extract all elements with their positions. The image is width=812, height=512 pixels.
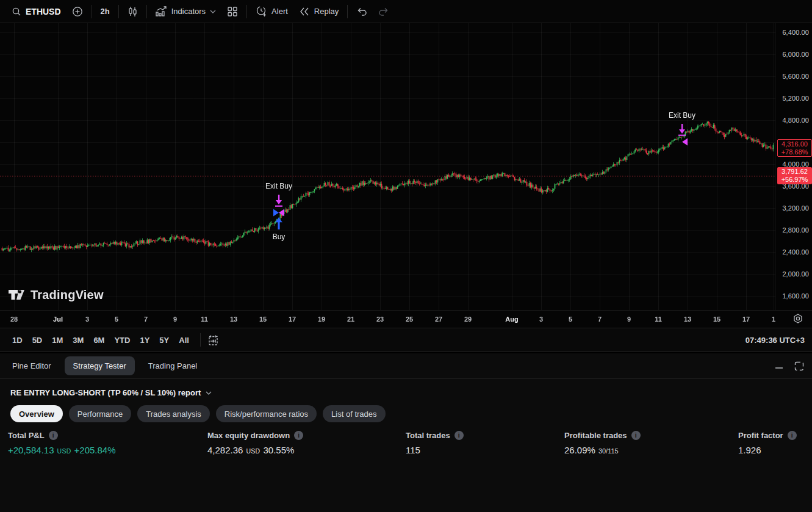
date-tick-label: 23: [376, 315, 384, 323]
date-axis[interactable]: 28Jul357911131517192123252729Aug35791113…: [0, 310, 812, 328]
last-price-change: +78.68%: [781, 148, 808, 156]
info-icon[interactable]: i: [455, 431, 464, 440]
undo-button[interactable]: [351, 3, 373, 20]
report-title-row[interactable]: RE ENTRY LONG-SHORT (TP 60% / SL 10%) re…: [0, 379, 812, 397]
stat-label: Profit factor: [738, 431, 783, 440]
info-icon[interactable]: i: [788, 431, 797, 440]
date-tick-label: 25: [406, 315, 413, 323]
tab-strategy-tester[interactable]: Strategy Tester: [65, 356, 135, 375]
replay-button[interactable]: Replay: [293, 3, 344, 20]
price-tick-label: 5,200.00: [782, 95, 809, 102]
date-tick-label: Jul: [53, 315, 63, 323]
last-price-value: 4,316.00: [781, 140, 808, 148]
overview-stats-row: Total P&Li +20,584.13 USD +205.84% Max e…: [0, 431, 812, 466]
price-tick-label: 5,600.00: [782, 73, 809, 80]
alert-clock-icon: [256, 5, 267, 17]
indicators-button[interactable]: Indicators: [150, 3, 221, 20]
indicators-icon: [156, 6, 167, 17]
stat-label: Profitable trades: [564, 431, 627, 440]
stat-extra: 30.55%: [263, 445, 294, 455]
replay-rewind-icon: [299, 7, 310, 16]
report-subtabs: Overview Performance Trades analysis Ris…: [0, 397, 812, 422]
date-tick-label: 11: [655, 315, 662, 323]
last-price-label: 4,316.00 +78.68%: [777, 139, 812, 157]
clock-timezone[interactable]: 07:49:36 UTC+3: [746, 336, 805, 345]
subtab-risk-performance-ratios[interactable]: Risk/performance ratios: [216, 405, 317, 422]
compare-add-symbol-button[interactable]: [66, 3, 88, 20]
interval-button[interactable]: 2h: [95, 3, 115, 20]
price-tick-label: 6,400.00: [782, 29, 809, 36]
date-tick-label: 7: [144, 315, 148, 323]
stat-value: 26.09%: [564, 445, 595, 455]
price-line-change: +56.97%: [781, 176, 808, 184]
go-to-date-icon[interactable]: [207, 334, 220, 347]
candlestick-icon: [128, 6, 138, 17]
stat-value: +20,584.13: [8, 445, 54, 455]
price-axis[interactable]: 6,400.006,000.005,600.005,200.004,800.00…: [775, 23, 812, 310]
info-icon[interactable]: i: [49, 431, 58, 440]
price-line-label: 3,791.62 +56.97%: [777, 167, 812, 184]
date-tick-label: 13: [684, 315, 691, 323]
toolbar-separator: [246, 5, 247, 18]
chart-style-button[interactable]: [122, 3, 143, 20]
tab-trading-panel[interactable]: Trading Panel: [140, 356, 206, 375]
minimize-panel-icon[interactable]: [774, 361, 784, 371]
date-tick-label: 5: [115, 315, 118, 323]
date-tick-label: 15: [259, 315, 267, 323]
subtab-list-of-trades[interactable]: List of trades: [323, 405, 385, 422]
price-chart-canvas[interactable]: [0, 23, 775, 310]
range-ytd[interactable]: YTD: [109, 334, 135, 347]
range-1m[interactable]: 1M: [47, 334, 68, 347]
tradingview-logo-icon: [8, 287, 25, 302]
subtab-performance[interactable]: Performance: [69, 405, 131, 422]
time-toolbar: 1D 5D 1M 3M 6M YTD 1Y 5Y All 07:49:36 UT…: [0, 328, 812, 352]
range-1y[interactable]: 1Y: [135, 334, 154, 347]
redo-button[interactable]: [373, 3, 395, 20]
toolbar-separator: [146, 5, 147, 18]
range-6m[interactable]: 6M: [88, 334, 109, 347]
price-tick-label: 2,400.00: [782, 248, 809, 256]
toolbar-separator: [347, 5, 348, 18]
top-toolbar: ETHUSD 2h: [0, 0, 812, 23]
stat-label: Max equity drawdown: [207, 431, 290, 440]
date-tick-label: 29: [464, 315, 472, 323]
chart-settings-icon[interactable]: [791, 312, 805, 326]
exit-buy-arrow-icon: [678, 124, 686, 137]
range-1d[interactable]: 1D: [7, 334, 27, 347]
subtab-overview[interactable]: Overview: [10, 405, 63, 422]
strategy-tester-panel: Pine Editor Strategy Tester Trading Pane…: [0, 352, 812, 512]
buy-label: Buy: [273, 233, 286, 241]
date-tick-label: 3: [539, 315, 543, 323]
date-tick-label: 9: [173, 315, 177, 323]
report-chevron-down-icon[interactable]: [206, 391, 212, 395]
range-5y[interactable]: 5Y: [154, 334, 174, 347]
chart-area: TradingView Exit Buy BuyExit Buy 6,400.0…: [0, 23, 812, 310]
date-tick-label: 11: [201, 315, 208, 323]
exit-triangle-icon: [278, 209, 285, 217]
price-tick-label: 2,800.00: [782, 226, 809, 234]
symbol-search-button[interactable]: ETHUSD: [6, 3, 66, 20]
info-icon[interactable]: i: [631, 431, 641, 440]
maximize-panel-icon[interactable]: [794, 361, 805, 372]
tab-pine-editor[interactable]: Pine Editor: [4, 356, 60, 375]
range-5d[interactable]: 5D: [27, 334, 48, 347]
alert-button[interactable]: Alert: [250, 3, 293, 20]
range-3m[interactable]: 3M: [68, 334, 88, 347]
subtab-trades-analysis[interactable]: Trades analysis: [137, 405, 210, 422]
layout-grid-button[interactable]: [221, 3, 243, 20]
stat-max-drawdown: Max equity drawdowni 4,282.36 USD 30.55%: [207, 431, 303, 455]
date-tick-label: 7: [598, 315, 602, 323]
interval-label: 2h: [101, 7, 110, 16]
stat-label: Total P&L: [8, 431, 45, 440]
stat-unit: USD: [57, 447, 71, 455]
price-tick-label: 6,000.00: [782, 51, 809, 58]
date-tick-label: 5: [569, 315, 572, 323]
date-tick-label: 15: [713, 315, 720, 323]
buy-arrow-icon: [275, 217, 283, 230]
chevron-down-icon: [210, 10, 216, 13]
date-tick-label: 9: [627, 315, 631, 323]
stat-extra: +205.84%: [74, 445, 116, 455]
range-all[interactable]: All: [174, 334, 194, 347]
info-icon[interactable]: i: [294, 431, 303, 440]
stat-value: 115: [406, 445, 420, 455]
